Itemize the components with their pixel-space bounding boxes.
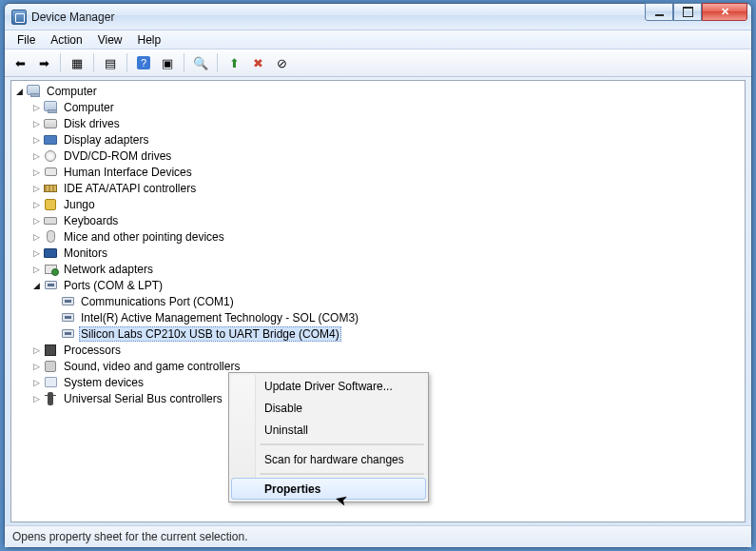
ide-icon — [43, 181, 58, 196]
tree-item-network[interactable]: ▷Network adapters — [29, 261, 745, 277]
disclosure-closed-icon[interactable]: ▷ — [30, 377, 42, 388]
toolbar-help[interactable]: ? — [133, 52, 154, 73]
menubar: File Action View Help — [5, 30, 751, 49]
disclosure-closed-icon[interactable]: ▷ — [30, 393, 42, 404]
tree-root[interactable]: ◢ Computer ▷Computer ▷Disk drives ▷Displ… — [11, 83, 745, 406]
disclosure-closed-icon[interactable]: ▷ — [30, 247, 42, 259]
tree-item-dvd-cd-rom[interactable]: ▷DVD/CD-ROM drives — [29, 148, 745, 164]
context-menu-disable[interactable]: Disable — [231, 397, 426, 419]
tree-item-keyboards[interactable]: ▷Keyboards — [29, 212, 745, 228]
tree-label: Sound, video and game controllers — [62, 360, 242, 373]
mouse-icon — [43, 229, 58, 245]
toolbar-separator — [217, 53, 218, 72]
disclosure-closed-icon[interactable]: ▷ — [30, 215, 42, 226]
minimize-button[interactable] — [645, 3, 673, 21]
context-menu-scan[interactable]: Scan for hardware changes — [231, 448, 426, 470]
arrow-left-icon: ⬅ — [12, 55, 28, 70]
context-menu-properties[interactable]: Properties — [231, 478, 426, 500]
toolbar-back[interactable]: ⬅ — [10, 52, 30, 73]
tree-root-label: Computer — [45, 85, 99, 98]
disclosure-closed-icon[interactable]: ▷ — [30, 183, 42, 194]
tree-label: System devices — [62, 376, 145, 389]
toolbar-separator — [93, 53, 94, 72]
computer-icon — [26, 84, 41, 99]
menu-help[interactable]: Help — [131, 31, 168, 49]
tree-item-display-adapters[interactable]: ▷Display adapters — [29, 131, 745, 148]
tree-label: Monitors — [62, 246, 109, 260]
tree-item-mice[interactable]: ▷Mice and other pointing devices — [29, 228, 745, 245]
port-icon — [60, 326, 75, 342]
status-text: Opens property sheet for the current sel… — [12, 530, 247, 543]
disclosure-closed-icon[interactable]: ▷ — [30, 118, 42, 129]
computer-icon — [43, 100, 58, 115]
disclosure-open-icon[interactable]: ◢ — [13, 86, 25, 97]
tree-item-ide[interactable]: ▷IDE ATA/ATAPI controllers — [29, 180, 745, 196]
menu-view[interactable]: View — [91, 31, 129, 49]
toolbar-update-driver[interactable]: ⬆ — [223, 52, 244, 73]
window-title: Device Manager — [31, 10, 645, 24]
tree-item-hid[interactable]: ▷Human Interface Devices — [29, 164, 745, 180]
disk-icon — [43, 116, 58, 131]
context-menu: Update Driver Software... Disable Uninst… — [228, 372, 429, 502]
disclosure-closed-icon[interactable]: ▷ — [30, 344, 42, 356]
disclosure-closed-icon[interactable]: ▷ — [30, 102, 42, 113]
tree-label: DVD/CD-ROM drives — [62, 149, 173, 163]
usb-icon — [43, 391, 58, 406]
port-icon — [60, 294, 75, 309]
toolbar-properties[interactable]: ▤ — [100, 52, 121, 73]
toolbar-refresh[interactable]: ▣ — [157, 52, 178, 73]
tree-item-port-com1[interactable]: ▷Communications Port (COM1) — [46, 293, 745, 309]
disclosure-closed-icon[interactable]: ▷ — [30, 150, 42, 162]
tree-label: Jungo — [62, 198, 97, 211]
toolbar-separator — [184, 53, 184, 72]
cd-icon — [43, 148, 58, 164]
system-icon — [43, 375, 58, 390]
disclosure-closed-icon[interactable]: ▷ — [30, 199, 42, 210]
maximize-button[interactable] — [673, 3, 702, 21]
menu-file[interactable]: File — [10, 31, 42, 49]
device-manager-window: Device Manager File Action View Help ⬅ ➡… — [4, 3, 752, 548]
statusbar: Opens property sheet for the current sel… — [5, 525, 751, 547]
toolbar-scan[interactable]: 🔍 — [190, 52, 211, 73]
context-menu-uninstall[interactable]: Uninstall — [231, 419, 426, 441]
disclosure-closed-icon[interactable]: ▷ — [30, 167, 42, 178]
app-icon — [11, 10, 27, 25]
disclosure-closed-icon[interactable]: ▷ — [30, 264, 42, 275]
menu-action[interactable]: Action — [44, 31, 88, 49]
update-driver-icon: ⬆ — [226, 55, 242, 70]
disclosure-open-icon[interactable]: ◢ — [30, 280, 42, 291]
tree-item-processors[interactable]: ▷Processors — [29, 342, 745, 358]
tree-label: Keyboards — [62, 214, 120, 227]
tree-item-computer[interactable]: ▷Computer — [29, 99, 745, 115]
toolbar-forward[interactable]: ➡ — [33, 52, 54, 73]
properties-icon: ▤ — [103, 55, 118, 70]
keyboard-icon — [43, 213, 58, 228]
tree-label: Universal Serial Bus controllers — [62, 392, 224, 405]
tree-label: Mice and other pointing devices — [62, 230, 226, 244]
tree-item-port-com3[interactable]: ▷Intel(R) Active Management Technology -… — [46, 309, 745, 325]
disclosure-closed-icon[interactable]: ▷ — [30, 361, 42, 372]
disclosure-closed-icon[interactable]: ▷ — [30, 231, 42, 243]
context-menu-item-label: Uninstall — [264, 423, 308, 437]
tree-label: Network adapters — [62, 263, 155, 276]
context-menu-update-driver[interactable]: Update Driver Software... — [231, 375, 426, 397]
tree-item-disk-drives[interactable]: ▷Disk drives — [29, 115, 745, 131]
tree-label: Display adapters — [62, 133, 150, 147]
context-menu-item-label: Properties — [264, 482, 320, 496]
toolbar-show-hidden[interactable]: ▦ — [67, 52, 87, 73]
network-icon — [43, 262, 58, 277]
tree-item-jungo[interactable]: ▷Jungo — [29, 196, 745, 212]
close-button[interactable] — [702, 3, 747, 21]
tree-label: Human Interface Devices — [62, 166, 194, 179]
toolbar-disable[interactable]: ⊘ — [271, 52, 292, 73]
tree-label: Disk drives — [62, 117, 122, 130]
titlebar[interactable]: Device Manager — [5, 4, 751, 30]
monitor-icon — [43, 246, 58, 261]
arrow-right-icon: ➡ — [36, 55, 51, 70]
tree-item-ports[interactable]: ◢Ports (COM & LPT) ▷Communications Port … — [29, 277, 745, 342]
disclosure-closed-icon[interactable]: ▷ — [30, 134, 42, 146]
tree-item-monitors[interactable]: ▷Monitors — [29, 245, 745, 261]
window-buttons — [645, 8, 747, 26]
tree-item-port-com4[interactable]: ▷Silicon Labs CP210x USB to UART Bridge … — [46, 325, 745, 342]
toolbar-uninstall[interactable]: ✖ — [247, 52, 268, 73]
